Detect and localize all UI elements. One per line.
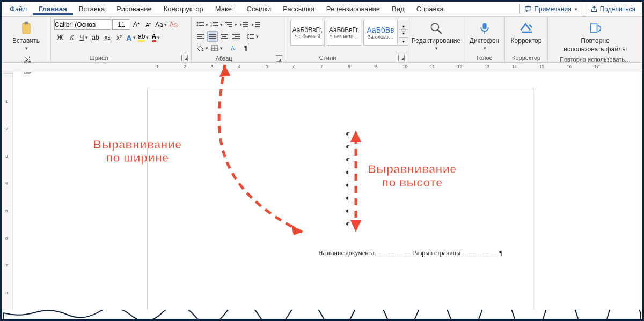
paragraph-marks: ¶¶¶¶¶¶¶¶	[346, 131, 349, 234]
editor-icon	[519, 21, 534, 36]
dictate-button[interactable]: Диктофон ▾	[465, 19, 503, 54]
group-voice: Диктофон ▾ Голос	[464, 17, 505, 62]
decrease-indent-button[interactable]	[239, 19, 250, 30]
tab-layout[interactable]: Макет	[209, 3, 241, 15]
sort-button[interactable]: A↓	[229, 43, 239, 54]
align-left-button[interactable]	[195, 31, 206, 42]
shading-button[interactable]: ▾	[195, 43, 209, 54]
multilevel-icon	[225, 21, 233, 28]
svg-rect-0	[23, 23, 30, 34]
font-family-combo[interactable]	[54, 19, 111, 30]
styles-gallery[interactable]: АаБбВвГг, ¶ Обычный АаБбВвГг, ¶ Без инте…	[289, 19, 408, 47]
text-effects-button[interactable]: A▾	[126, 32, 136, 43]
tab-home[interactable]: Главная	[33, 3, 73, 15]
clear-formatting-button[interactable]: A⦸	[169, 19, 179, 30]
align-justify-icon	[208, 33, 217, 40]
font-size-combo[interactable]	[112, 19, 130, 30]
svg-text:2: 2	[210, 25, 213, 28]
page-break-label: Разрыв страницы	[413, 249, 460, 257]
eraser-icon: A⦸	[170, 21, 178, 28]
svg-rect-30	[222, 36, 226, 37]
align-right-icon	[232, 33, 240, 40]
document-text-line[interactable]: Название·документа Разрыв страницы ¶	[318, 249, 502, 257]
subscript-icon: x₂	[105, 34, 111, 41]
leader-dots	[462, 252, 498, 255]
strikethrough-button[interactable]: ab	[90, 32, 101, 43]
align-right-button[interactable]	[231, 31, 241, 42]
svg-point-6	[197, 22, 199, 24]
reuse-files-button[interactable]: Повторно использовать файлы	[559, 19, 631, 55]
tab-design[interactable]: Конструктор	[158, 3, 209, 15]
group-editor-label: Корректор	[512, 55, 540, 61]
reuse-label-1: Повторно	[581, 38, 609, 44]
svg-rect-18	[243, 24, 248, 25]
numbering-button[interactable]: 12▾	[210, 19, 223, 30]
svg-rect-28	[209, 38, 216, 39]
tab-mailings[interactable]: Рассылки	[277, 3, 320, 15]
reuse-icon	[588, 21, 603, 36]
tab-references[interactable]: Ссылки	[241, 3, 277, 15]
show-marks-button[interactable]: ¶	[240, 43, 251, 54]
multilevel-button[interactable]: ▾	[224, 19, 238, 30]
bullets-button[interactable]: ▾	[195, 19, 209, 30]
style-heading1[interactable]: АаБбВв Заголово…	[363, 20, 398, 46]
font-color-icon: A	[152, 33, 157, 42]
underline-button[interactable]: Ч▾	[78, 32, 89, 43]
subscript-button[interactable]: x₂	[102, 32, 113, 43]
increase-indent-button[interactable]	[251, 19, 261, 30]
vertical-ruler[interactable]	[3, 74, 13, 318]
comments-button[interactable]: Примечания ▾	[519, 4, 582, 14]
tab-draw[interactable]: Рисование	[111, 3, 157, 15]
grow-font-button[interactable]: A▴	[131, 19, 142, 30]
tab-help[interactable]: Справка	[411, 3, 450, 15]
spacing-icon	[246, 33, 255, 40]
editor-button[interactable]: Корректор	[507, 19, 546, 47]
torn-edge-decoration	[3, 310, 641, 319]
align-center-button[interactable]	[219, 31, 230, 42]
style-nospacing[interactable]: АаБбВвГг, ¶ Без инте…	[327, 20, 361, 46]
svg-rect-26	[209, 34, 216, 35]
tab-file[interactable]: Файл	[4, 3, 33, 15]
share-icon	[590, 5, 598, 13]
font-dialog-launcher[interactable]	[181, 55, 188, 61]
page[interactable]: ¶¶¶¶¶¶¶¶ Название·документа Разрыв стран…	[147, 88, 533, 318]
microphone-icon	[477, 21, 492, 36]
grow-font-icon: A▴	[133, 20, 140, 28]
paste-button[interactable]: Вставить ▾	[8, 19, 44, 54]
font-color-button[interactable]: A▾	[150, 32, 161, 43]
svg-rect-23	[197, 34, 204, 35]
paragraph-dialog-launcher[interactable]	[276, 55, 282, 62]
bold-button[interactable]: Ж	[55, 32, 65, 43]
tab-insert[interactable]: Вставка	[73, 3, 111, 15]
svg-rect-33	[235, 36, 240, 37]
styles-dialog-launcher[interactable]	[398, 55, 405, 61]
shrink-font-button[interactable]: A▾	[143, 19, 153, 30]
bullets-icon	[196, 21, 204, 28]
svg-rect-19	[243, 26, 248, 27]
tab-view[interactable]: Вид	[386, 3, 411, 15]
share-label: Поделиться	[600, 5, 635, 13]
leader-dots	[375, 252, 412, 255]
svg-rect-21	[255, 24, 260, 25]
change-case-button[interactable]: Aa▾	[155, 19, 167, 30]
bold-icon: Ж	[57, 34, 63, 41]
group-reuse-label: Повторно использовать…	[560, 56, 631, 63]
share-button[interactable]: Поделиться	[586, 4, 640, 14]
superscript-button[interactable]: x²	[114, 32, 125, 43]
svg-rect-14	[225, 22, 232, 23]
chevron-down-icon: ▾	[484, 46, 486, 51]
group-paragraph-label: Абзац	[216, 55, 232, 62]
tab-review[interactable]: Рецензирование	[320, 3, 386, 15]
chevron-down-icon: ▾	[25, 46, 28, 51]
align-justify-button[interactable]	[207, 31, 218, 42]
highlight-button[interactable]: ab▾	[137, 32, 149, 43]
borders-button[interactable]: ▾	[210, 43, 223, 54]
bucket-icon	[196, 44, 204, 52]
svg-line-42	[437, 30, 441, 34]
style-normal[interactable]: АаБбВвГг, ¶ Обычный	[290, 20, 325, 46]
italic-button[interactable]: К	[67, 32, 77, 43]
line-spacing-button[interactable]: ▾	[246, 31, 259, 42]
document-canvas[interactable]: ¶¶¶¶¶¶¶¶ Название·документа Разрыв стран…	[13, 74, 641, 318]
editing-button[interactable]: Редактирование ▾	[407, 19, 465, 54]
horizontal-ruler[interactable]	[2, 63, 642, 72]
